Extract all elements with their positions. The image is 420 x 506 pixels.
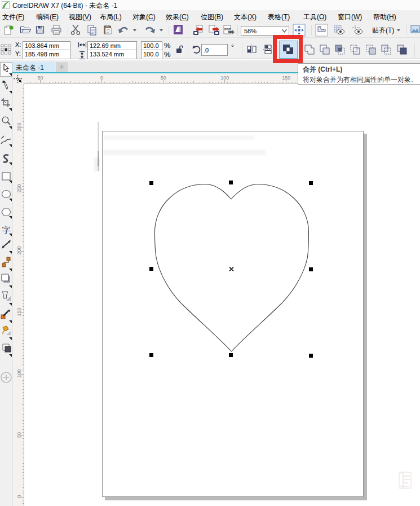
svg-text:字: 字 bbox=[2, 225, 11, 235]
svg-text:PDF: PDF bbox=[224, 28, 231, 31]
